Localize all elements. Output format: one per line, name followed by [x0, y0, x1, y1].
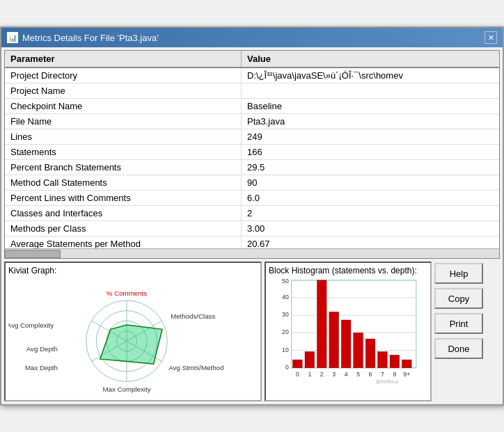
param-cell: Methods per Class [5, 221, 242, 236]
table-row: Classes and Interfaces 2 [5, 206, 499, 221]
value-cell: 6.0 [242, 191, 499, 205]
svg-rect-38 [378, 352, 388, 368]
param-cell: Project Name [5, 83, 242, 98]
value-cell: 249 [242, 129, 499, 144]
svg-rect-39 [390, 355, 400, 367]
svg-text:7: 7 [381, 371, 384, 378]
svg-text:1: 1 [308, 371, 311, 378]
table-row: Method Call Statements 90 [5, 175, 499, 191]
table-header: Parameter Value [5, 51, 499, 68]
scrollbar-track[interactable] [5, 249, 499, 259]
svg-text:40: 40 [282, 294, 289, 301]
param-cell: Method Call Statements [5, 175, 242, 190]
param-cell: Percent Lines with Comments [5, 191, 242, 205]
svg-text:3: 3 [332, 371, 336, 378]
horizontal-scrollbar[interactable] [5, 248, 499, 258]
table-row: Project Directory D:\¿Î³¹\java\javaSE\»ù… [5, 68, 499, 83]
value-cell: 2 [242, 206, 499, 221]
buttons-panel: Help Copy Print Done [434, 262, 500, 401]
title-bar-left: 📊 Metrics Details For File 'Pta3.java' [7, 32, 159, 43]
metrics-table: Parameter Value Project Directory D:\¿Î³… [4, 50, 500, 259]
param-header: Parameter [5, 51, 242, 67]
table-row: Project Name [5, 83, 499, 99]
title-bar: 📊 Metrics Details For File 'Pta3.java' ✕ [1, 28, 503, 47]
histogram-chart: 0 10 20 30 40 50 [269, 277, 429, 385]
table-row: Percent Branch Statements 29.5 [5, 160, 499, 175]
param-cell: Classes and Interfaces [5, 206, 242, 221]
svg-rect-31 [293, 360, 303, 368]
kiviat-panel: Kiviat Graph: [4, 262, 262, 401]
svg-text:Max Complexity: Max Complexity [102, 385, 150, 393]
value-cell: 20.67 [242, 237, 499, 248]
svg-text:6: 6 [369, 371, 372, 378]
svg-text:5: 5 [356, 371, 360, 378]
main-window: 📊 Metrics Details For File 'Pta3.java' ✕… [0, 26, 504, 406]
svg-rect-40 [402, 360, 412, 368]
svg-rect-35 [341, 320, 351, 368]
param-cell: Project Directory [5, 68, 242, 83]
svg-text:30: 30 [282, 311, 289, 318]
svg-text:4: 4 [345, 371, 348, 378]
svg-text:8: 8 [393, 371, 396, 378]
svg-text:@5icl0m.a: @5icl0m.a [376, 379, 398, 384]
value-cell: 3.00 [242, 221, 499, 236]
help-button[interactable]: Help [434, 263, 483, 284]
svg-text:Methods/Class: Methods/Class [171, 312, 215, 320]
param-cell: File Name [5, 114, 242, 129]
table-row: Methods per Class 3.00 [5, 221, 499, 237]
svg-text:50: 50 [282, 278, 289, 285]
svg-text:Avg Stmts/Method: Avg Stmts/Method [168, 364, 223, 371]
value-cell: Pta3.java [242, 114, 499, 129]
histogram-panel: Block Histogram (statements vs. depth): … [265, 262, 432, 401]
param-cell: Lines [5, 129, 242, 144]
value-cell [242, 83, 499, 98]
table-row: Average Statements per Method 20.67 [5, 237, 499, 248]
window-icon: 📊 [7, 32, 18, 43]
param-cell: Statements [5, 145, 242, 159]
svg-text:Avg Depth: Avg Depth [26, 345, 58, 353]
param-cell: Percent Branch Statements [5, 160, 242, 175]
kiviat-chart: % Comments Methods/Class Avg Stmts/Metho… [8, 277, 245, 395]
svg-rect-37 [365, 339, 375, 368]
svg-rect-33 [317, 280, 326, 368]
copy-button[interactable]: Copy [434, 288, 483, 309]
svg-rect-36 [354, 333, 363, 367]
bottom-section: Kiviat Graph: [4, 262, 500, 401]
value-cell: D:\¿Î³¹\java\javaSE\»ù´¡ÓÎ·¯\src\homev [242, 68, 499, 83]
table-row: File Name Pta3.java [5, 114, 499, 129]
close-button[interactable]: ✕ [485, 31, 497, 44]
svg-text:Avg Complexity: Avg Complexity [8, 321, 54, 329]
svg-text:10: 10 [282, 346, 289, 353]
table-row: Statements 166 [5, 145, 499, 160]
histogram-label: Block Histogram (statements vs. depth): [269, 266, 427, 275]
param-cell: Checkpoint Name [5, 99, 242, 113]
table-row: Percent Lines with Comments 6.0 [5, 191, 499, 206]
table-body[interactable]: Project Directory D:\¿Î³¹\java\javaSE\»ù… [5, 68, 499, 248]
value-cell: 29.5 [242, 160, 499, 175]
svg-text:% Comments: % Comments [107, 289, 147, 297]
svg-text:0: 0 [285, 364, 289, 371]
svg-text:Max Depth: Max Depth [25, 364, 58, 371]
svg-text:20: 20 [282, 328, 289, 335]
svg-rect-34 [329, 312, 339, 367]
value-cell: 90 [242, 175, 499, 190]
kiviat-label: Kiviat Graph: [8, 266, 258, 275]
window-title: Metrics Details For File 'Pta3.java' [22, 33, 159, 43]
svg-rect-32 [305, 352, 315, 368]
value-cell: Baseline [242, 99, 499, 113]
svg-text:9+: 9+ [403, 371, 410, 378]
value-cell: 166 [242, 145, 499, 159]
done-button[interactable]: Done [434, 338, 483, 359]
table-row: Checkpoint Name Baseline [5, 99, 499, 114]
svg-text:0: 0 [296, 371, 299, 378]
scrollbar-thumb[interactable] [5, 250, 61, 258]
param-cell: Average Statements per Method [5, 237, 242, 248]
value-header: Value [242, 51, 499, 67]
table-row: Lines 249 [5, 129, 499, 145]
print-button[interactable]: Print [434, 313, 483, 334]
svg-text:2: 2 [320, 371, 324, 378]
